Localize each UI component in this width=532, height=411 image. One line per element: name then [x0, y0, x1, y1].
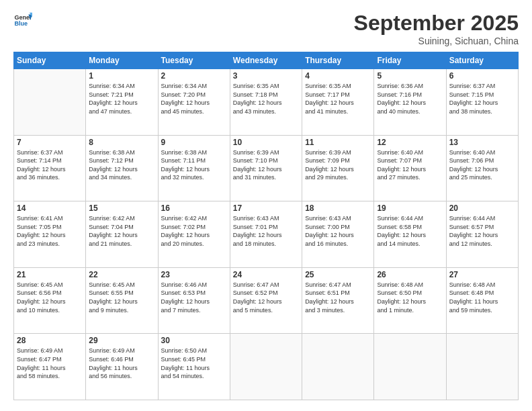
day-number: 5: [377, 71, 443, 81]
day-info: Sunrise: 6:34 AM Sunset: 7:21 PM Dayligh…: [89, 82, 154, 116]
day-info: Sunrise: 6:50 AM Sunset: 6:45 PM Dayligh…: [161, 347, 227, 380]
calendar-cell: 13Sunrise: 6:40 AM Sunset: 7:06 PM Dayli…: [446, 135, 518, 201]
page: General Blue September 2025 Suining, Sic…: [0, 0, 532, 411]
col-header-sunday: Sunday: [14, 52, 86, 69]
week-row-5: 28Sunrise: 6:49 AM Sunset: 6:47 PM Dayli…: [14, 334, 519, 400]
day-info: Sunrise: 6:36 AM Sunset: 7:16 PM Dayligh…: [377, 82, 443, 116]
calendar-cell: 20Sunrise: 6:44 AM Sunset: 6:57 PM Dayli…: [446, 201, 518, 268]
calendar-cell: 7Sunrise: 6:37 AM Sunset: 7:14 PM Daylig…: [14, 135, 86, 201]
day-number: 7: [17, 138, 83, 147]
day-info: Sunrise: 6:40 AM Sunset: 7:07 PM Dayligh…: [377, 148, 443, 182]
svg-text:Blue: Blue: [14, 20, 28, 27]
day-info: Sunrise: 6:46 AM Sunset: 6:53 PM Dayligh…: [161, 281, 227, 314]
calendar-cell: 25Sunrise: 6:47 AM Sunset: 6:51 PM Dayli…: [302, 267, 374, 334]
day-number: 18: [305, 203, 371, 213]
col-header-tuesday: Tuesday: [158, 52, 230, 69]
day-info: Sunrise: 6:48 AM Sunset: 6:50 PM Dayligh…: [377, 281, 443, 314]
day-number: 15: [89, 203, 154, 213]
day-info: Sunrise: 6:35 AM Sunset: 7:17 PM Dayligh…: [305, 82, 371, 116]
logo-icon: General Blue: [13, 11, 32, 30]
calendar-cell: 16Sunrise: 6:42 AM Sunset: 7:02 PM Dayli…: [158, 201, 230, 268]
day-number: 6: [449, 71, 515, 81]
day-number: 24: [233, 270, 299, 279]
day-number: 16: [161, 203, 227, 213]
month-title: September 2025: [354, 11, 519, 36]
calendar-cell: 28Sunrise: 6:49 AM Sunset: 6:47 PM Dayli…: [14, 334, 86, 400]
day-number: 22: [89, 270, 154, 279]
calendar-cell: [374, 334, 446, 400]
day-info: Sunrise: 6:45 AM Sunset: 6:55 PM Dayligh…: [89, 281, 154, 314]
day-number: 17: [233, 203, 299, 213]
day-number: 23: [161, 270, 227, 279]
day-number: 10: [233, 138, 299, 147]
day-number: 12: [377, 138, 443, 147]
day-info: Sunrise: 6:43 AM Sunset: 7:00 PM Dayligh…: [305, 214, 371, 248]
calendar-cell: 1Sunrise: 6:34 AM Sunset: 7:21 PM Daylig…: [86, 69, 158, 136]
col-header-monday: Monday: [86, 52, 158, 69]
calendar-cell: 18Sunrise: 6:43 AM Sunset: 7:00 PM Dayli…: [302, 201, 374, 268]
day-number: 11: [305, 138, 371, 147]
calendar-header-row: SundayMondayTuesdayWednesdayThursdayFrid…: [14, 52, 519, 69]
day-info: Sunrise: 6:43 AM Sunset: 7:01 PM Dayligh…: [233, 214, 299, 248]
calendar-cell: 27Sunrise: 6:48 AM Sunset: 6:48 PM Dayli…: [446, 267, 518, 334]
week-row-3: 14Sunrise: 6:41 AM Sunset: 7:05 PM Dayli…: [14, 201, 519, 268]
day-number: 3: [233, 71, 299, 81]
day-info: Sunrise: 6:38 AM Sunset: 7:12 PM Dayligh…: [89, 148, 154, 182]
calendar-cell: 3Sunrise: 6:35 AM Sunset: 7:18 PM Daylig…: [230, 69, 302, 136]
day-info: Sunrise: 6:44 AM Sunset: 6:58 PM Dayligh…: [377, 214, 443, 248]
day-number: 8: [89, 138, 154, 147]
calendar-cell: 30Sunrise: 6:50 AM Sunset: 6:45 PM Dayli…: [158, 334, 230, 400]
day-number: 4: [305, 71, 371, 81]
col-header-saturday: Saturday: [446, 52, 518, 69]
calendar-cell: 12Sunrise: 6:40 AM Sunset: 7:07 PM Dayli…: [374, 135, 446, 201]
calendar-cell: [14, 69, 86, 136]
calendar-table: SundayMondayTuesdayWednesdayThursdayFrid…: [13, 52, 519, 400]
day-info: Sunrise: 6:45 AM Sunset: 6:56 PM Dayligh…: [17, 281, 83, 314]
calendar-cell: 19Sunrise: 6:44 AM Sunset: 6:58 PM Dayli…: [374, 201, 446, 268]
calendar-cell: 23Sunrise: 6:46 AM Sunset: 6:53 PM Dayli…: [158, 267, 230, 334]
logo: General Blue: [13, 11, 32, 30]
col-header-wednesday: Wednesday: [230, 52, 302, 69]
day-number: 20: [449, 203, 515, 213]
day-number: 13: [449, 138, 515, 147]
day-info: Sunrise: 6:48 AM Sunset: 6:48 PM Dayligh…: [449, 281, 515, 314]
week-row-1: 1Sunrise: 6:34 AM Sunset: 7:21 PM Daylig…: [14, 69, 519, 136]
subtitle: Suining, Sichuan, China: [354, 36, 519, 46]
day-info: Sunrise: 6:40 AM Sunset: 7:06 PM Dayligh…: [449, 148, 515, 182]
day-info: Sunrise: 6:35 AM Sunset: 7:18 PM Dayligh…: [233, 82, 299, 116]
day-number: 21: [17, 270, 83, 279]
calendar-cell: 8Sunrise: 6:38 AM Sunset: 7:12 PM Daylig…: [86, 135, 158, 201]
title-area: September 2025 Suining, Sichuan, China: [354, 11, 519, 46]
day-info: Sunrise: 6:44 AM Sunset: 6:57 PM Dayligh…: [449, 214, 515, 248]
day-number: 9: [161, 138, 227, 147]
calendar-cell: 5Sunrise: 6:36 AM Sunset: 7:16 PM Daylig…: [374, 69, 446, 136]
day-info: Sunrise: 6:42 AM Sunset: 7:04 PM Dayligh…: [89, 214, 154, 248]
calendar-cell: 11Sunrise: 6:39 AM Sunset: 7:09 PM Dayli…: [302, 135, 374, 201]
calendar-cell: 22Sunrise: 6:45 AM Sunset: 6:55 PM Dayli…: [86, 267, 158, 334]
day-info: Sunrise: 6:47 AM Sunset: 6:52 PM Dayligh…: [233, 281, 299, 314]
day-info: Sunrise: 6:34 AM Sunset: 7:20 PM Dayligh…: [161, 82, 227, 116]
calendar-cell: 17Sunrise: 6:43 AM Sunset: 7:01 PM Dayli…: [230, 201, 302, 268]
day-info: Sunrise: 6:38 AM Sunset: 7:11 PM Dayligh…: [161, 148, 227, 182]
calendar-cell: [302, 334, 374, 400]
day-info: Sunrise: 6:39 AM Sunset: 7:09 PM Dayligh…: [305, 148, 371, 182]
calendar-cell: 29Sunrise: 6:49 AM Sunset: 6:46 PM Dayli…: [86, 334, 158, 400]
calendar-cell: 2Sunrise: 6:34 AM Sunset: 7:20 PM Daylig…: [158, 69, 230, 136]
day-info: Sunrise: 6:49 AM Sunset: 6:46 PM Dayligh…: [89, 347, 154, 380]
day-number: 27: [449, 270, 515, 279]
day-info: Sunrise: 6:41 AM Sunset: 7:05 PM Dayligh…: [17, 214, 83, 248]
calendar-cell: [446, 334, 518, 400]
calendar-cell: 6Sunrise: 6:37 AM Sunset: 7:15 PM Daylig…: [446, 69, 518, 136]
day-info: Sunrise: 6:39 AM Sunset: 7:10 PM Dayligh…: [233, 148, 299, 182]
calendar-cell: 15Sunrise: 6:42 AM Sunset: 7:04 PM Dayli…: [86, 201, 158, 268]
calendar-cell: 9Sunrise: 6:38 AM Sunset: 7:11 PM Daylig…: [158, 135, 230, 201]
day-number: 28: [17, 336, 83, 345]
header: General Blue September 2025 Suining, Sic…: [13, 11, 519, 46]
week-row-2: 7Sunrise: 6:37 AM Sunset: 7:14 PM Daylig…: [14, 135, 519, 201]
col-header-friday: Friday: [374, 52, 446, 69]
day-number: 19: [377, 203, 443, 213]
day-number: 14: [17, 203, 83, 213]
week-row-4: 21Sunrise: 6:45 AM Sunset: 6:56 PM Dayli…: [14, 267, 519, 334]
day-number: 30: [161, 336, 227, 345]
day-info: Sunrise: 6:37 AM Sunset: 7:15 PM Dayligh…: [449, 82, 515, 116]
